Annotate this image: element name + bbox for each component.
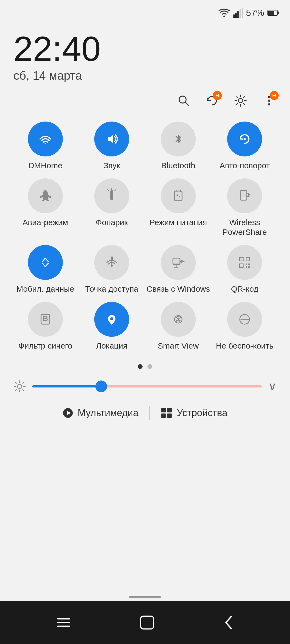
more-button[interactable]: H — [262, 93, 277, 108]
recents-button[interactable] — [56, 616, 72, 630]
svg-rect-39 — [240, 264, 243, 267]
tile-flashlight[interactable]: Фонарик — [80, 178, 144, 237]
svg-line-56 — [15, 382, 17, 383]
svg-rect-62 — [161, 408, 166, 412]
tile-smartview[interactable]: Smart View — [146, 302, 210, 351]
svg-point-16 — [45, 143, 46, 144]
page-dot-1[interactable] — [138, 364, 143, 369]
tile-icon-flashlight — [94, 178, 129, 213]
devices-label: Устройства — [177, 407, 227, 419]
tile-sound[interactable]: Звук — [80, 122, 144, 170]
tile-wireless[interactable]: Wireless PowerShare — [213, 178, 277, 237]
tile-autorotate[interactable]: Авто-поворот — [213, 122, 277, 170]
tile-label-sound: Звук — [103, 161, 120, 170]
svg-rect-37 — [240, 258, 243, 261]
tiles-grid: DMHome Звук Bluetooth — [0, 114, 290, 359]
tile-airplane[interactable]: Авиа-режим — [13, 178, 77, 237]
tile-bluetooth[interactable]: Bluetooth — [146, 122, 210, 170]
page-dot-2[interactable] — [147, 364, 152, 369]
tile-label-dmhome: DMHome — [28, 161, 62, 170]
tile-icon-airplane — [28, 178, 63, 213]
back-button[interactable] — [223, 616, 234, 630]
svg-point-14 — [268, 103, 270, 105]
svg-rect-27 — [111, 257, 113, 261]
tile-hotspot[interactable]: Точка доступа — [80, 245, 144, 294]
tile-label-location: Локация — [96, 341, 128, 351]
brightness-expand-button[interactable]: ∨ — [268, 380, 277, 393]
svg-rect-23 — [240, 191, 247, 200]
tile-icon-mobiledata — [28, 245, 63, 280]
battery-icon — [267, 9, 279, 16]
devices-button[interactable]: Устройства — [161, 407, 227, 419]
brightness-slider[interactable] — [32, 385, 262, 387]
svg-point-51 — [17, 384, 22, 389]
svg-rect-65 — [167, 414, 172, 418]
tile-windows[interactable]: Связь с Windows — [146, 245, 210, 294]
media-label: Мультимедиа — [78, 407, 138, 419]
tile-label-powermode: Режим питания — [150, 218, 207, 227]
tile-dmhome[interactable]: DMHome — [13, 122, 77, 170]
tile-dnd[interactable]: Не беспо-коить — [213, 302, 277, 351]
svg-rect-2 — [235, 13, 237, 18]
tile-label-smartview: Smart View — [158, 341, 199, 351]
tile-icon-sound — [94, 122, 129, 156]
tile-label-mobiledata: Мобил. данные — [16, 284, 74, 294]
brightness-thumb[interactable] — [95, 380, 107, 392]
page-dots — [0, 359, 290, 374]
svg-point-26 — [111, 265, 113, 267]
tile-icon-dmhome — [28, 122, 63, 156]
settings-button[interactable] — [233, 93, 248, 108]
svg-rect-63 — [167, 408, 172, 412]
svg-rect-42 — [246, 266, 247, 268]
tile-label-qrcode: QR-код — [231, 284, 258, 294]
tile-icon-bluefilter: B — [28, 302, 63, 337]
media-play-icon — [63, 408, 73, 418]
tile-icon-hotspot — [94, 245, 129, 280]
clock-date: сб, 14 марта — [13, 69, 277, 82]
bottom-media-row: Мультимедиа Устройства — [0, 398, 290, 428]
svg-rect-43 — [248, 266, 250, 268]
tile-label-airplane: Авиа-режим — [23, 218, 68, 227]
tile-icon-powermode — [161, 178, 196, 213]
tile-icon-dnd — [227, 302, 262, 337]
tile-icon-qrcode — [227, 245, 262, 280]
tile-label-hotspot: Точка доступа — [85, 284, 138, 294]
more-badge: H — [270, 91, 279, 100]
tile-label-autorotate: Авто-поворот — [220, 161, 270, 170]
tile-label-flashlight: Фонарик — [96, 218, 128, 227]
svg-line-57 — [23, 389, 24, 391]
svg-point-11 — [238, 98, 243, 103]
devices-icon — [161, 408, 172, 418]
tile-label-wireless: Wireless PowerShare — [213, 218, 277, 237]
tile-location[interactable]: Локация — [80, 302, 144, 351]
tile-mobiledata[interactable]: Мобил. данные — [13, 245, 77, 294]
tile-icon-windows — [161, 245, 196, 280]
tile-icon-bluetooth — [161, 122, 196, 156]
tile-powermode[interactable]: Режим питания — [146, 178, 210, 237]
svg-rect-29 — [173, 258, 180, 264]
tile-label-dnd: Не беспо-коить — [216, 341, 273, 351]
refresh-button[interactable]: H — [205, 93, 220, 108]
svg-rect-22 — [175, 191, 182, 201]
tile-icon-autorotate — [227, 122, 262, 156]
search-button[interactable] — [176, 93, 191, 108]
media-button[interactable]: Мультимедиа — [63, 407, 138, 419]
svg-point-0 — [223, 16, 225, 17]
svg-rect-3 — [237, 11, 239, 18]
svg-rect-64 — [161, 414, 166, 418]
svg-rect-38 — [247, 258, 249, 261]
toolbar: H H — [0, 88, 290, 114]
svg-rect-5 — [242, 8, 243, 18]
tile-bluefilter[interactable]: B Фильтр синего — [13, 302, 77, 351]
refresh-badge: H — [213, 91, 222, 100]
tile-icon-smartview — [161, 302, 196, 337]
tile-label-windows: Связь с Windows — [147, 284, 210, 294]
home-button[interactable] — [140, 615, 155, 630]
clock-time: 22:40 — [13, 31, 277, 66]
svg-line-10 — [185, 102, 189, 106]
brightness-icon — [13, 380, 26, 393]
status-bar: 57% — [0, 0, 290, 21]
wifi-icon — [219, 9, 230, 17]
tile-qrcode[interactable]: QR-код — [213, 245, 277, 294]
divider — [149, 406, 150, 420]
